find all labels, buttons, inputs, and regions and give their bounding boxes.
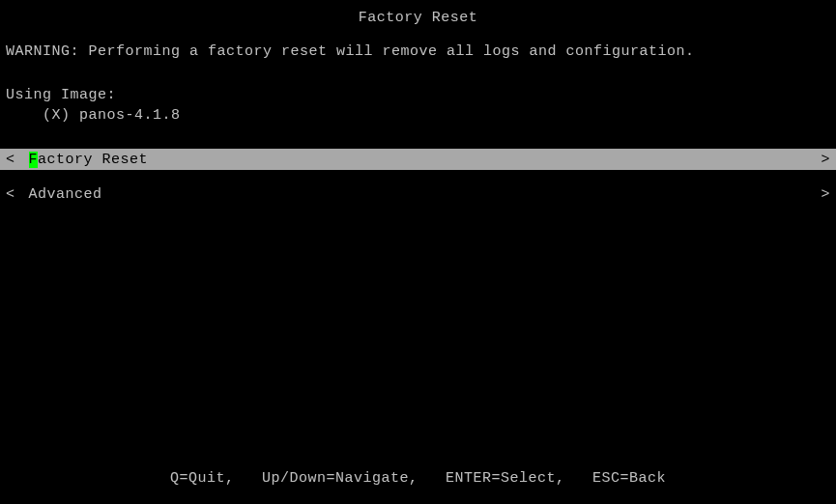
image-entry: (X) panos-4.1.8 [0,103,836,124]
left-angle-icon: < [6,152,19,168]
label-rest: actory Reset [38,152,148,168]
hotkey: F [29,152,39,168]
menu-item-factory-reset[interactable]: < Factory Reset > [0,149,836,170]
left-angle-icon: < [6,186,19,203]
menu-item-advanced[interactable]: < Advanced > [0,183,836,205]
console-screen: Factory Reset WARNING: Performing a fact… [0,0,836,504]
using-image-label: Using Image: [0,60,836,103]
warning-text: WARNING: Performing a factory reset will… [0,43,836,60]
menu-area: < Factory Reset > < Advanced > [0,149,836,205]
right-angle-icon: > [821,186,830,203]
footer-hints: Q=Quit, Up/Down=Navigate, ENTER=Select, … [0,470,836,487]
menu-label: Factory Reset [19,152,821,168]
right-angle-icon: > [821,152,830,168]
page-title: Factory Reset [0,0,836,43]
menu-label: Advanced [19,186,821,203]
